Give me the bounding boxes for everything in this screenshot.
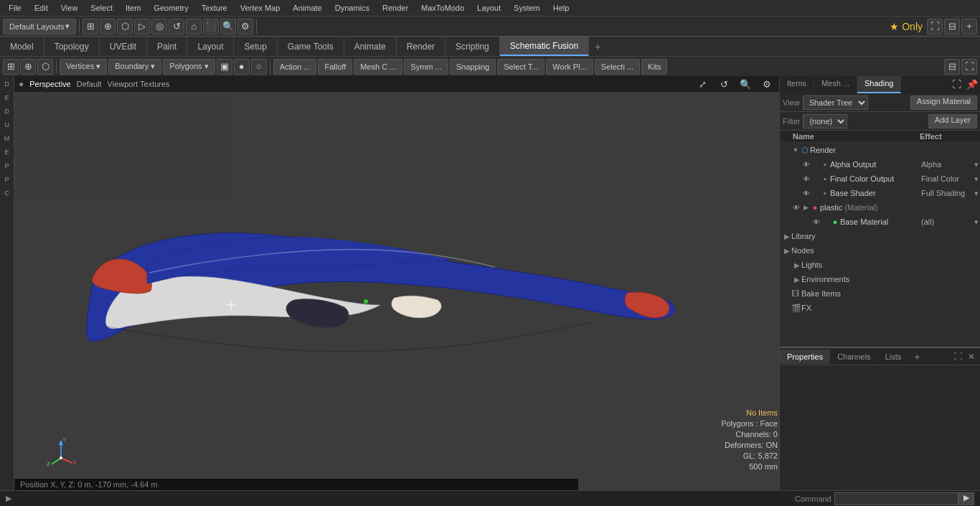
- vt-vertices-btn[interactable]: Vertices ▾: [60, 59, 107, 75]
- menu-layout[interactable]: Layout: [471, 2, 507, 14]
- assign-material-btn[interactable]: Assign Material: [910, 95, 977, 110]
- icon-btn-3[interactable]: ⬡: [117, 19, 133, 34]
- tab-schematic-fusion[interactable]: Schematic Fusion: [500, 37, 589, 56]
- tree-cat-nodes[interactable]: ▶ Nodes: [780, 243, 980, 258]
- tab-layout[interactable]: Layout: [187, 37, 234, 56]
- menu-file[interactable]: File: [3, 2, 27, 14]
- add-layer-btn[interactable]: Add Layer: [928, 114, 977, 128]
- tree-cat-environments[interactable]: ▶ Environments: [780, 272, 980, 286]
- expand-btn-1[interactable]: ⛶: [951, 352, 964, 362]
- tree-item-baseshader[interactable]: 👁 ▪ Base Shader Full Shading ▾: [780, 186, 980, 200]
- tree-item-basematerial[interactable]: 👁 ● Base Material (all) ▾: [780, 215, 980, 229]
- viewport-default[interactable]: Default: [77, 80, 102, 88]
- vt-end-btn2[interactable]: ⛶: [961, 59, 977, 75]
- tab-scripting[interactable]: Scripting: [446, 37, 500, 56]
- vt-action-btn[interactable]: Action ...: [273, 59, 317, 75]
- bottom-tab-add[interactable]: +: [908, 348, 925, 365]
- plus-btn[interactable]: +: [961, 19, 977, 34]
- vt-btn-hex[interactable]: ⬡: [37, 59, 53, 75]
- tree-cat-lights[interactable]: ▶ Lights: [780, 258, 980, 272]
- grid-btn[interactable]: ⊟: [944, 19, 960, 34]
- filter-select[interactable]: (none): [803, 114, 847, 128]
- vt-kits-btn[interactable]: Kits: [641, 59, 667, 75]
- ls-icon-1[interactable]: D: [1, 78, 14, 90]
- tab-add[interactable]: +: [589, 38, 606, 55]
- icon-btn-5[interactable]: ◎: [151, 19, 167, 34]
- tree-eye-finalcolor[interactable]: 👁: [801, 174, 811, 184]
- menu-render[interactable]: Render: [377, 2, 414, 14]
- icon-btn-2[interactable]: ⊕: [100, 19, 116, 34]
- ls-icon-m[interactable]: M: [1, 132, 14, 145]
- vt-falloff-btn[interactable]: Falloff: [318, 59, 352, 75]
- menu-system[interactable]: System: [508, 2, 546, 14]
- tab-uvedit[interactable]: UVEdit: [100, 37, 147, 56]
- vt-selecti-btn[interactable]: Selecti ...: [595, 59, 640, 75]
- tab-paint[interactable]: Paint: [147, 37, 187, 56]
- ls-icon-po[interactable]: P: [1, 173, 14, 186]
- menu-help[interactable]: Help: [547, 2, 575, 14]
- menu-select[interactable]: Select: [85, 2, 118, 14]
- vp-ctrl-search[interactable]: 🔍: [738, 76, 753, 92]
- ls-icon-2[interactable]: E: [1, 91, 14, 104]
- vt-btn-a[interactable]: ▣: [217, 59, 232, 75]
- ls-icon-c[interactable]: C: [1, 187, 14, 200]
- fullscreen-btn[interactable]: ⛶: [927, 19, 943, 34]
- tree-eye-baseshader[interactable]: 👁: [801, 188, 811, 198]
- tab-animate[interactable]: Animate: [344, 37, 397, 56]
- bottom-tab-channels[interactable]: Channels: [830, 350, 877, 364]
- vt-btn-grid[interactable]: ⊞: [3, 59, 19, 75]
- vt-polygons-btn[interactable]: Polygons ▾: [163, 59, 215, 75]
- right-tab-shading[interactable]: Shading: [857, 76, 901, 93]
- menu-view[interactable]: View: [55, 2, 84, 14]
- bottom-tab-lists[interactable]: Lists: [878, 350, 909, 364]
- menu-texture[interactable]: Texture: [196, 2, 233, 14]
- right-panel-expand[interactable]: ⛶: [948, 76, 964, 92]
- tree-cat-bake[interactable]: 🎞 Bake Items: [780, 286, 980, 301]
- menu-geometry[interactable]: Geometry: [148, 2, 194, 14]
- tree-eye-alpha[interactable]: 👁: [801, 159, 811, 169]
- menu-edit[interactable]: Edit: [29, 2, 54, 14]
- vt-btn-b[interactable]: ●: [234, 59, 250, 75]
- shader-view-select[interactable]: Shader Tree: [803, 95, 868, 110]
- tab-topology[interactable]: Topology: [44, 37, 100, 56]
- tree-item-finalcolor[interactable]: 👁 ▪ Final Color Output Final Color ▾: [780, 172, 980, 186]
- bottom-tab-properties[interactable]: Properties: [780, 350, 830, 364]
- ls-icon-dup[interactable]: D: [1, 105, 14, 118]
- tree-eye-render[interactable]: [781, 145, 791, 155]
- tree-arrow-plastic[interactable]: ▶: [801, 203, 810, 212]
- vt-end-btn1[interactable]: ⊟: [944, 59, 960, 75]
- command-input[interactable]: [834, 492, 958, 505]
- tree-item-plastic[interactable]: 👁 ▶ ● plastic (Material): [780, 200, 980, 215]
- vt-btn-c[interactable]: ○: [251, 59, 267, 75]
- icon-btn-8[interactable]: ⬛: [203, 19, 219, 34]
- tab-setup[interactable]: Setup: [234, 37, 277, 56]
- right-tab-items[interactable]: Items: [780, 76, 814, 93]
- ls-icon-p[interactable]: P: [1, 159, 14, 172]
- menu-item[interactable]: Item: [120, 2, 146, 14]
- right-tab-mesh[interactable]: Mesh ...: [814, 76, 857, 93]
- icon-btn-1[interactable]: ⊞: [83, 19, 98, 34]
- vp-ctrl-expand[interactable]: ⤢: [694, 76, 710, 92]
- command-go-btn[interactable]: ▶: [958, 492, 974, 505]
- vt-workpl-btn[interactable]: Work Pl...: [546, 59, 593, 75]
- vt-snapping-btn[interactable]: Snapping: [450, 59, 496, 75]
- icon-btn-9[interactable]: 🔍: [220, 19, 236, 34]
- right-panel-pin[interactable]: 📌: [964, 76, 980, 92]
- viewport-textures[interactable]: Viewport Textures: [108, 80, 170, 88]
- vp-ctrl-gear[interactable]: ⚙: [759, 76, 775, 92]
- ls-icon-u[interactable]: U: [1, 118, 14, 131]
- tree-eye-plastic[interactable]: 👁: [791, 202, 801, 212]
- star-only-btn[interactable]: ★ Only: [887, 21, 925, 32]
- icon-btn-6[interactable]: ↺: [169, 19, 184, 34]
- vt-btn-circle[interactable]: ⊕: [20, 59, 36, 75]
- menu-vertex-map[interactable]: Vertex Map: [235, 2, 286, 14]
- icon-btn-10[interactable]: ⚙: [237, 19, 253, 34]
- tree-cat-fx[interactable]: 🎬 FX: [780, 301, 980, 315]
- vt-select-btn[interactable]: Select T...: [497, 59, 545, 75]
- icon-btn-7[interactable]: ⌂: [186, 19, 202, 34]
- menu-dynamics[interactable]: Dynamics: [329, 2, 375, 14]
- expand-btn-2[interactable]: ✕: [966, 352, 977, 362]
- tab-model[interactable]: Model: [0, 37, 44, 56]
- menu-animate[interactable]: Animate: [287, 2, 327, 14]
- tree-item-alpha[interactable]: 👁 ▪ Alpha Output Alpha ▾: [780, 157, 980, 172]
